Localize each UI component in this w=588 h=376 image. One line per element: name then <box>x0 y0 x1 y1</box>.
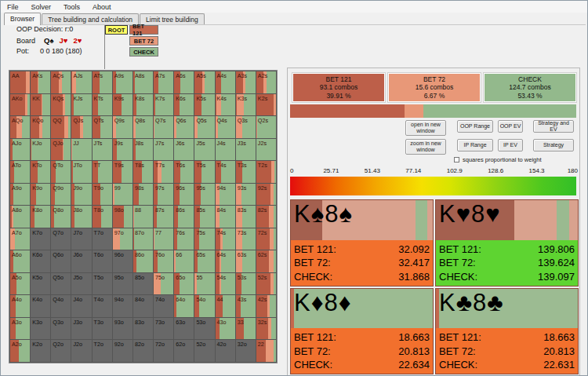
hand-cell-qjs[interactable]: QJs <box>71 116 91 138</box>
hand-cell-64o[interactable]: 64o <box>174 295 194 317</box>
ip-ev-button[interactable]: IP EV <box>498 139 523 151</box>
hand-cell-k8o[interactable]: K8o <box>31 206 50 228</box>
hand-cell-t5s[interactable]: T5s <box>194 161 214 183</box>
hand-cell-ato[interactable]: ATo <box>10 161 30 183</box>
hand-cell-kqo[interactable]: KQo <box>31 116 50 138</box>
hand-cell-k8s[interactable]: K8s <box>133 94 153 116</box>
hand-cell-jto[interactable]: JTo <box>71 161 91 183</box>
hand-cell-q8s[interactable]: Q8s <box>133 116 153 138</box>
hand-cell-96s[interactable]: 96s <box>174 184 194 206</box>
hand-cell-q6o[interactable]: Q6o <box>51 250 71 272</box>
hand-cell-a2s[interactable]: A2s <box>256 71 276 93</box>
hand-cell-t4o[interactable]: T4o <box>93 295 112 317</box>
hand-cell-t2s[interactable]: T2s <box>256 161 276 183</box>
hand-cell-q4o[interactable]: Q4o <box>51 295 71 317</box>
hand-cell-t6o[interactable]: T6o <box>93 250 112 272</box>
hand-cell-98s[interactable]: 98s <box>133 184 153 206</box>
hand-cell-75o[interactable]: 75o <box>154 273 173 295</box>
hand-cell-qts[interactable]: QTs <box>93 116 112 138</box>
hand-cell-86s[interactable]: 86s <box>174 206 194 228</box>
hand-cell-ako[interactable]: AKo <box>10 94 30 116</box>
hand-cell-63o[interactable]: 63o <box>174 318 194 340</box>
hand-cell-t5o[interactable]: T5o <box>93 273 112 295</box>
hand-cell-a6o[interactable]: A6o <box>10 250 30 272</box>
hand-cell-t2o[interactable]: T2o <box>93 340 112 362</box>
hand-cell-93s[interactable]: 93s <box>236 184 256 206</box>
hand-cell-53s[interactable]: 53s <box>236 273 256 295</box>
menu-item-about[interactable]: About <box>93 3 111 11</box>
hand-cell-kto[interactable]: KTo <box>31 161 50 183</box>
tree-node-bet72[interactable]: BET 72 <box>129 36 158 46</box>
tab-tree-building-and-calculation[interactable]: Tree building and calculation <box>42 13 139 25</box>
hand-cell-j9s[interactable]: J9s <box>113 139 132 161</box>
hand-cell-j2s[interactable]: J2s <box>256 139 276 161</box>
hand-cell-a9s[interactable]: A9s <box>113 71 132 93</box>
hand-cell-a8o[interactable]: A8o <box>10 206 30 228</box>
hand-cell-j3o[interactable]: J3o <box>71 318 91 340</box>
hand-cell-53o[interactable]: 53o <box>194 318 214 340</box>
hand-cell-65s[interactable]: 65s <box>194 250 214 272</box>
hand-cell-k2s[interactable]: K2s <box>256 94 276 116</box>
menu-item-file[interactable]: File <box>7 3 19 11</box>
hand-cell-97o[interactable]: 97o <box>113 228 132 250</box>
hand-cell-64s[interactable]: 64s <box>216 250 235 272</box>
hand-cell-t7o[interactable]: T7o <box>93 228 112 250</box>
hand-cell-55[interactable]: 55 <box>194 273 214 295</box>
hand-cell-72s[interactable]: 72s <box>256 228 276 250</box>
squares-proportional-checkbox[interactable] <box>454 157 459 162</box>
hand-cell-t8o[interactable]: T8o <box>93 206 112 228</box>
hand-cell-63s[interactable]: 63s <box>236 250 256 272</box>
hand-cell-j3s[interactable]: J3s <box>236 139 256 161</box>
hand-cell-q2o[interactable]: Q2o <box>51 340 71 362</box>
hand-cell-43o[interactable]: 43o <box>216 318 235 340</box>
hand-cell-33[interactable]: 33 <box>236 318 256 340</box>
hand-cell-j6o[interactable]: J6o <box>71 250 91 272</box>
hand-cell-74o[interactable]: 74o <box>154 295 173 317</box>
hand-cell-q3o[interactable]: Q3o <box>51 318 71 340</box>
hand-cell-52o[interactable]: 52o <box>194 340 214 362</box>
hand-cell-93o[interactable]: 93o <box>113 318 132 340</box>
hand-cell-j7s[interactable]: J7s <box>154 139 173 161</box>
hand-cell-75s[interactable]: 75s <box>194 228 214 250</box>
hand-cell-98o[interactable]: 98o <box>113 206 132 228</box>
hand-cell-j6s[interactable]: J6s <box>174 139 194 161</box>
menu-item-solver[interactable]: Solver <box>31 3 52 11</box>
oop-ev-button[interactable]: OOP EV <box>498 120 523 133</box>
hand-cell-k7o[interactable]: K7o <box>31 228 50 250</box>
hand-cell-k5s[interactable]: K5s <box>194 94 214 116</box>
hand-cell-77[interactable]: 77 <box>154 228 173 250</box>
hand-cell-q8o[interactable]: Q8o <box>51 206 71 228</box>
hand-cell-62o[interactable]: 62o <box>174 340 194 362</box>
hand-cell-94o[interactable]: 94o <box>113 295 132 317</box>
hand-cell-q6s[interactable]: Q6s <box>174 116 194 138</box>
hand-cell-82o[interactable]: 82o <box>133 340 153 362</box>
hand-cell-88[interactable]: 88 <box>133 206 153 228</box>
hand-cell-aks[interactable]: AKs <box>31 71 50 93</box>
hand-cell-95s[interactable]: 95s <box>194 184 214 206</box>
hand-cell-k9o[interactable]: K9o <box>31 184 50 206</box>
hand-cell-94s[interactable]: 94s <box>216 184 235 206</box>
open-in-new-window-button[interactable]: open in new window <box>405 120 446 136</box>
hand-cell-q7s[interactable]: Q7s <box>154 116 173 138</box>
hand-cell-32s[interactable]: 32s <box>256 318 276 340</box>
hand-cell-62s[interactable]: 62s <box>256 250 276 272</box>
hand-cell-96o[interactable]: 96o <box>113 250 132 272</box>
hand-cell-k3o[interactable]: K3o <box>31 318 50 340</box>
tree-node-bet121[interactable]: BET 121 <box>129 25 158 35</box>
hand-cell-kjo[interactable]: KJo <box>31 139 50 161</box>
hand-cell-74s[interactable]: 74s <box>216 228 235 250</box>
hand-cell-87o[interactable]: 87o <box>133 228 153 250</box>
hand-cell-jj[interactable]: JJ <box>71 139 91 161</box>
hand-cell-87s[interactable]: 87s <box>154 206 173 228</box>
hand-cell-92o[interactable]: 92o <box>113 340 132 362</box>
hand-cell-aa[interactable]: AA <box>10 71 30 93</box>
hand-cell-99[interactable]: 99 <box>113 184 132 206</box>
hand-cell-jts[interactable]: JTs <box>93 139 112 161</box>
hand-cell-t7s[interactable]: T7s <box>154 161 173 183</box>
hand-cell-92s[interactable]: 92s <box>256 184 276 206</box>
hand-cell-a3o[interactable]: A3o <box>10 318 30 340</box>
hand-cell-ats[interactable]: ATs <box>93 71 112 93</box>
hand-cell-42s[interactable]: 42s <box>256 295 276 317</box>
hand-cell-82s[interactable]: 82s <box>256 206 276 228</box>
hand-cell-k4o[interactable]: K4o <box>31 295 50 317</box>
